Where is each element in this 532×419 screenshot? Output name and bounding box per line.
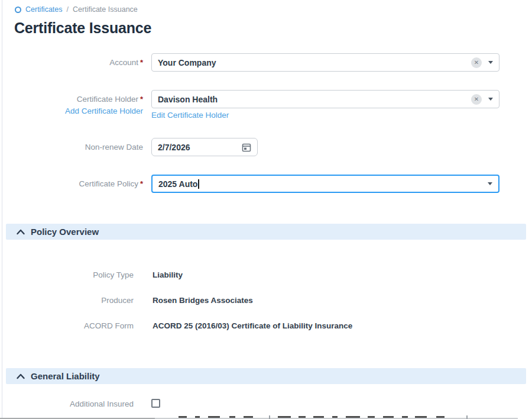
section-header-policy-overview[interactable]: Policy Overview	[6, 224, 526, 240]
account-select[interactable]: Your Company ✕	[151, 53, 499, 72]
certificate-issuance-page: Certificates / Certificate Issuance Cert…	[0, 0, 532, 419]
breadcrumb-separator: /	[67, 5, 69, 14]
non-renew-date-value: 2/7/2026	[158, 143, 190, 152]
certificates-circle-icon	[15, 7, 21, 13]
chevron-down-icon[interactable]	[488, 98, 493, 101]
page-title: Certificate Issuance	[14, 20, 151, 37]
certificate-policy-combobox[interactable]: 2025 Auto	[151, 175, 499, 193]
certificate-policy-value: 2025 Auto	[158, 179, 197, 189]
section-title: Policy Overview	[31, 227, 99, 237]
additional-insured-checkbox[interactable]	[151, 399, 160, 408]
clear-icon[interactable]: ✕	[471, 94, 482, 105]
additional-insured-label: Additional Insured	[0, 399, 134, 408]
certificate-holder-label: Certificate Holder*	[0, 90, 143, 108]
clear-icon[interactable]: ✕	[471, 57, 482, 68]
required-asterisk: *	[140, 95, 143, 104]
certificate-holder-value: Davison Health	[158, 95, 218, 104]
chevron-down-icon[interactable]	[488, 182, 492, 185]
policy-type-label: Policy Type	[0, 270, 134, 279]
clipped-divider	[269, 415, 270, 419]
edit-certificate-holder-link[interactable]: Edit Certificate Holder	[151, 111, 229, 120]
acord-form-value: ACORD 25 (2016/03) Certificate of Liabil…	[153, 321, 352, 330]
producer-label: Producer	[0, 296, 134, 305]
clipped-next-row	[0, 414, 532, 419]
clipped-border-dark	[0, 418, 155, 419]
text-caret	[198, 179, 199, 189]
certificate-holder-select[interactable]: Davison Health ✕	[151, 90, 499, 108]
add-certificate-holder-link[interactable]: Add Certificate Holder	[0, 107, 143, 115]
non-renew-date-label: Non-renew Date	[0, 138, 143, 156]
breadcrumb-link-certificates[interactable]: Certificates	[25, 5, 63, 14]
chevron-up-icon	[16, 228, 25, 236]
producer-value: Rosen Bridges Associates	[153, 296, 253, 305]
non-renew-date-input[interactable]: 2/7/2026	[151, 138, 258, 156]
breadcrumb-current: Certificate Issuance	[73, 5, 138, 14]
section-header-general-liability[interactable]: General Liability	[6, 368, 526, 384]
acord-form-label: ACORD Form	[0, 321, 134, 330]
policy-type-value: Liability	[153, 270, 183, 279]
chevron-down-icon[interactable]	[488, 61, 493, 64]
required-asterisk: *	[140, 179, 143, 188]
chevron-up-icon	[16, 373, 25, 380]
clipped-divider	[466, 415, 468, 419]
calendar-icon[interactable]	[242, 143, 251, 152]
account-label: Account*	[0, 53, 143, 72]
breadcrumb: Certificates / Certificate Issuance	[15, 5, 138, 14]
account-value: Your Company	[158, 58, 216, 67]
section-title: General Liability	[31, 371, 100, 381]
certificate-policy-label: Certificate Policy*	[0, 175, 143, 193]
required-asterisk: *	[140, 58, 143, 67]
